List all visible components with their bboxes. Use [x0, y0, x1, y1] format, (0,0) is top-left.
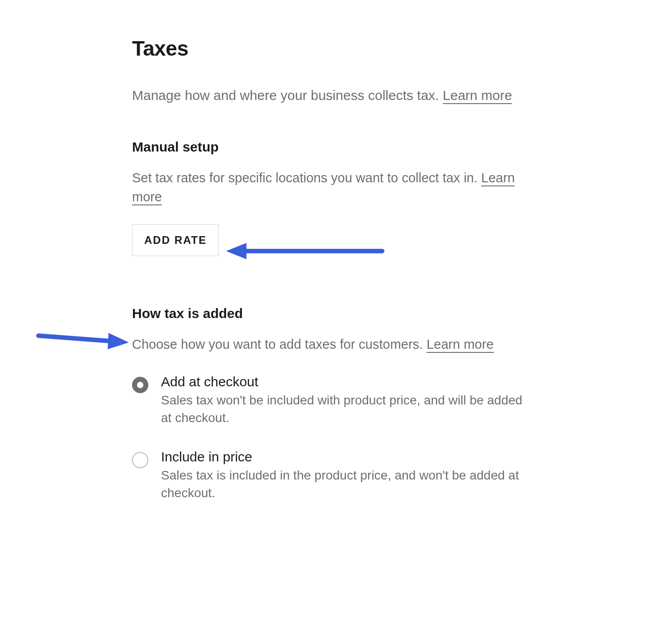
- manual-setup-heading: Manual setup: [132, 139, 530, 155]
- radio-option-include-in-price[interactable]: Include in price Sales tax is included i…: [132, 449, 530, 502]
- how-tax-section: How tax is added Choose how you want to …: [132, 306, 530, 502]
- radio-indicator-unselected: [132, 452, 148, 468]
- radio-desc-add-at-checkout: Sales tax won't be included with product…: [161, 391, 530, 427]
- manual-setup-description: Set tax rates for specific locations you…: [132, 168, 530, 206]
- svg-line-2: [38, 336, 111, 341]
- learn-more-link-main[interactable]: Learn more: [443, 88, 512, 104]
- page-description-text: Manage how and where your business colle…: [132, 88, 443, 103]
- learn-more-link-howtax[interactable]: Learn more: [426, 337, 493, 353]
- svg-marker-3: [108, 333, 129, 349]
- radio-option-add-at-checkout[interactable]: Add at checkout Sales tax won't be inclu…: [132, 374, 530, 427]
- radio-label-include-in-price: Include in price: [161, 449, 530, 465]
- manual-setup-description-text: Set tax rates for specific locations you…: [132, 171, 481, 185]
- page-title: Taxes: [132, 36, 530, 61]
- page-description: Manage how and where your business colle…: [132, 86, 530, 105]
- add-rate-button[interactable]: ADD RATE: [132, 224, 219, 256]
- how-tax-description-text: Choose how you want to add taxes for cus…: [132, 337, 426, 352]
- radio-text-block: Add at checkout Sales tax won't be inclu…: [161, 374, 530, 427]
- radio-label-add-at-checkout: Add at checkout: [161, 374, 530, 390]
- annotation-arrow-right-icon: [36, 326, 131, 353]
- tax-method-radio-group: Add at checkout Sales tax won't be inclu…: [132, 374, 530, 502]
- radio-desc-include-in-price: Sales tax is included in the product pri…: [161, 466, 530, 502]
- how-tax-description: Choose how you want to add taxes for cus…: [132, 335, 530, 354]
- radio-indicator-selected: [132, 377, 148, 393]
- how-tax-heading: How tax is added: [132, 306, 530, 321]
- manual-setup-section: Manual setup Set tax rates for specific …: [132, 139, 530, 256]
- radio-text-block: Include in price Sales tax is included i…: [161, 449, 530, 502]
